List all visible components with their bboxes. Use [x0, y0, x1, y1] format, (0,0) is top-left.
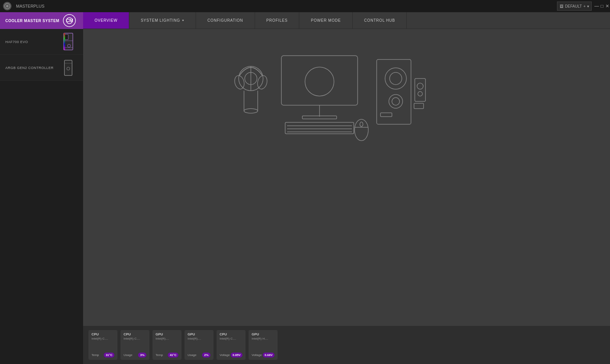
- sidebar: COOLER MASTER SYSTEM CM HAF700 EVO: [0, 12, 83, 364]
- tab-overview[interactable]: OVERVIEW: [83, 12, 129, 29]
- stat-card-2[interactable]: GPU Intel(R).... Temp 41°C: [152, 330, 181, 360]
- stat-card-0[interactable]: CPU Intel(R) C.... Temp 31°C: [88, 330, 117, 360]
- svg-rect-38: [380, 113, 392, 117]
- tab-configuration-label: CONFIGURATION: [207, 18, 243, 22]
- stat-value-2: 41°C: [168, 353, 178, 358]
- svg-rect-42: [414, 103, 424, 109]
- stat-type-2: GPU: [156, 332, 178, 336]
- svg-point-37: [392, 98, 400, 105]
- stat-name-4: Intel(R) C....: [220, 337, 242, 340]
- stat-name-1: Intel(R) C....: [124, 337, 146, 340]
- stat-bottom-5: Voltage 0.68V: [252, 353, 274, 358]
- svg-point-34: [385, 68, 406, 89]
- tab-system-lighting-label: SYSTEM LIGHTING: [141, 18, 180, 22]
- stat-name-5: Intel(R) H....: [252, 337, 274, 340]
- overview-area: [83, 29, 610, 326]
- stat-type-1: CPU: [124, 332, 146, 336]
- tab-control-hub[interactable]: CONTROL HUB: [353, 12, 407, 29]
- stat-name-3: Intel(R)....: [188, 337, 210, 340]
- titlebar-controls: 🖼 DEFAULT + ▾ — □ ✕: [557, 0, 610, 12]
- app-logo: [3, 2, 11, 10]
- app-title: MASTERPLUS: [16, 4, 45, 8]
- stat-label-3: Usage: [188, 353, 196, 357]
- stat-label-1: Usage: [124, 353, 132, 357]
- stat-label-2: Temp: [156, 353, 163, 357]
- stat-card-4[interactable]: CPU Intel(R) C.... Voltage 0.85V: [217, 330, 246, 360]
- stat-type-5: GPU: [252, 332, 274, 336]
- svg-point-30: [355, 119, 368, 141]
- tab-overview-label: OVERVIEW: [95, 18, 117, 22]
- profile-label: DEFAULT: [565, 4, 582, 8]
- screenshot-btn[interactable]: 🖼: [560, 4, 563, 8]
- stat-card-1[interactable]: CPU Intel(R) C.... Usage 3%: [120, 330, 149, 360]
- tab-power-mode-label: POWER MODE: [311, 18, 341, 22]
- content-area: OVERVIEW SYSTEM LIGHTING ▾ CONFIGURATION…: [83, 12, 610, 364]
- svg-rect-33: [377, 59, 411, 124]
- svg-point-36: [389, 95, 403, 108]
- stat-type-4: CPU: [220, 332, 242, 336]
- stat-bottom-4: Voltage 0.85V: [220, 353, 242, 358]
- sidebar-item-argb-controller[interactable]: ARGB GEN2 CONTROLLER: [0, 55, 83, 81]
- svg-point-41: [418, 91, 422, 96]
- svg-point-40: [417, 83, 423, 89]
- svg-point-35: [390, 72, 402, 85]
- close-button[interactable]: ✕: [605, 3, 610, 9]
- main-layout: COOLER MASTER SYSTEM CM HAF700 EVO: [0, 12, 610, 364]
- svg-point-1: [6, 5, 8, 7]
- minimize-button[interactable]: —: [594, 3, 599, 9]
- stat-type-0: CPU: [92, 332, 114, 336]
- tab-power-mode[interactable]: POWER MODE: [299, 12, 353, 29]
- stat-label-0: Temp: [92, 353, 99, 357]
- stat-value-5: 0.68V: [263, 353, 274, 358]
- maximize-button[interactable]: □: [599, 3, 605, 9]
- stat-value-1: 3%: [138, 353, 146, 358]
- stat-value-3: 2%: [202, 353, 210, 358]
- stat-name-0: Intel(R) C....: [92, 337, 114, 340]
- sidebar-title: COOLER MASTER SYSTEM: [5, 19, 59, 23]
- svg-rect-39: [415, 79, 425, 101]
- stat-value-0: 31°C: [104, 353, 114, 358]
- nav-tabs: OVERVIEW SYSTEM LIGHTING ▾ CONFIGURATION…: [83, 12, 610, 29]
- sidebar-header: COOLER MASTER SYSTEM CM: [0, 12, 83, 29]
- stat-card-5[interactable]: GPU Intel(R) H.... Voltage 0.68V: [249, 330, 278, 360]
- device-name-argb: ARGB GEN2 CONTROLLER: [5, 66, 56, 70]
- stat-bottom-1: Usage 3%: [124, 353, 146, 358]
- svg-point-23: [305, 67, 334, 96]
- tab-configuration[interactable]: CONFIGURATION: [196, 12, 255, 29]
- stats-bar: CPU Intel(R) C.... Temp 31°C CPU Intel(R…: [83, 326, 610, 364]
- titlebar-logo: MASTERPLUS: [3, 2, 45, 10]
- cooler-master-logo: CM: [61, 12, 78, 29]
- profile-selector[interactable]: 🖼 DEFAULT + ▾: [557, 2, 592, 11]
- tab-profiles-label: PROFILES: [266, 18, 288, 22]
- stat-name-2: Intel(R)....: [156, 337, 178, 340]
- tab-control-hub-label: CONTROL HUB: [364, 18, 395, 22]
- stat-bottom-2: Temp 41°C: [156, 353, 178, 358]
- device-thumbnail-argb: [59, 58, 78, 77]
- svg-point-32: [360, 122, 363, 127]
- titlebar: MASTERPLUS 🖼 DEFAULT + ▾ — □ ✕: [0, 0, 610, 12]
- svg-rect-22: [281, 56, 358, 105]
- device-list: HAF700 EVO: [0, 29, 83, 364]
- stat-value-4: 0.85V: [231, 353, 242, 358]
- stat-bottom-3: Usage 2%: [188, 353, 210, 358]
- stat-bottom-0: Temp 31°C: [92, 353, 114, 358]
- dropdown-arrow[interactable]: ▾: [587, 4, 589, 8]
- device-thumbnail-haf700: [59, 32, 78, 51]
- stat-label-4: Voltage: [220, 353, 230, 357]
- system-lighting-arrow: ▾: [182, 19, 184, 22]
- computer-illustration: [228, 48, 419, 147]
- plus-btn[interactable]: +: [583, 4, 586, 8]
- sidebar-item-haf700evo[interactable]: HAF700 EVO: [0, 29, 83, 55]
- device-name-haf700: HAF700 EVO: [5, 40, 56, 44]
- svg-rect-11: [64, 60, 72, 75]
- svg-text:CM: CM: [66, 18, 73, 23]
- stat-type-3: GPU: [188, 332, 210, 336]
- svg-rect-10: [64, 33, 65, 50]
- stat-label-5: Voltage: [252, 353, 262, 357]
- tab-system-lighting[interactable]: SYSTEM LIGHTING ▾: [129, 12, 196, 29]
- svg-point-17: [244, 109, 258, 113]
- stat-card-3[interactable]: GPU Intel(R).... Usage 2%: [185, 330, 214, 360]
- tab-profiles[interactable]: PROFILES: [255, 12, 300, 29]
